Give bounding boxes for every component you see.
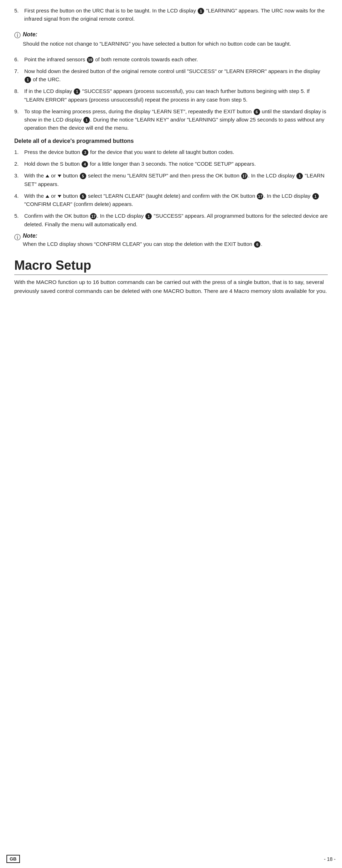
note-block: ⓘ Note: Should the notice not change to … xyxy=(14,30,291,48)
list-item: 1. Press the device button 3 for the dev… xyxy=(14,148,328,156)
list-item: 4. With the or button 5 select "LEARN CL… xyxy=(14,192,328,208)
list-item: 5. Confirm with the OK button 17. In the… xyxy=(14,212,328,228)
list-number: 4. xyxy=(14,192,24,200)
list-text: Confirm with the OK button 17. In the LC… xyxy=(24,212,328,228)
note-label-2: Note: xyxy=(23,233,37,239)
circle-1: 1 xyxy=(296,173,303,179)
note-text-2: When the LCD display shows “CONFIRM CLEA… xyxy=(23,240,328,248)
macro-body: With the MACRO function up to 16 button … xyxy=(14,278,328,296)
arrow-down-icon xyxy=(58,195,61,198)
list-text: To stop the learning process press, duri… xyxy=(24,107,328,132)
list-item: 8. If in the LCD display 1 "SUCCESS" app… xyxy=(14,87,328,104)
list-text: Point the infrared sensors 19 of both re… xyxy=(24,55,328,63)
list-item: 9. To stop the learning process press, d… xyxy=(14,107,328,132)
circle-4: 4 xyxy=(82,161,88,167)
list-number: 3. xyxy=(14,171,24,180)
list-item: 3. With the or button 5 select the menu … xyxy=(14,171,328,188)
note-label: Note: xyxy=(23,31,37,37)
arrow-down-icon xyxy=(58,175,61,177)
note-text: Should the notice not change to "LEARNIN… xyxy=(23,40,291,48)
section-list: 1. Press the device button 3 for the dev… xyxy=(14,148,328,228)
list-text: If in the LCD display 1 "SUCCESS" appear… xyxy=(24,87,328,104)
list-number: 7. xyxy=(14,67,24,75)
macro-heading: Macro Setup xyxy=(14,258,328,275)
page-content: 5. First press the button on the URC tha… xyxy=(0,0,342,317)
note-inner-2: Note: When the LCD display shows “CONFIR… xyxy=(23,233,328,248)
circle-5: 5 xyxy=(80,193,86,200)
list-text: First press the button on the URC that i… xyxy=(24,6,328,23)
list-text: Now hold down the desired button of the … xyxy=(24,67,328,84)
circle-1: 1 xyxy=(198,8,204,14)
list-text: With the or button 5 select the menu "LE… xyxy=(24,171,328,188)
circle-6-note: 6 xyxy=(254,241,260,248)
circle-1: 1 xyxy=(25,77,31,83)
list-item: 6. Point the infrared sensors 19 of both… xyxy=(14,55,328,63)
list-number: 9. xyxy=(14,107,24,115)
list-number: 1. xyxy=(14,148,24,156)
main-list: 5. First press the button on the URC tha… xyxy=(14,6,328,132)
note-block-2: ⓘ Note: When the LCD display shows “CONF… xyxy=(14,233,328,248)
footer-gb-label: GB xyxy=(6,855,20,863)
circle-1: 1 xyxy=(145,213,152,219)
list-text: Hold down the S button 4 for a little lo… xyxy=(24,160,328,168)
circle-17: 17 xyxy=(90,213,97,219)
list-number: 5. xyxy=(14,212,24,220)
arrow-up-icon xyxy=(46,175,49,177)
circle-1: 1 xyxy=(312,193,319,200)
circle-17: 17 xyxy=(241,173,248,179)
circle-1: 1 xyxy=(83,117,90,123)
info-icon: ⓘ xyxy=(14,31,21,41)
list-item: 7. Now hold down the desired button of t… xyxy=(14,67,328,84)
arrow-up-icon xyxy=(46,195,49,198)
info-icon-2: ⓘ xyxy=(14,233,21,242)
list-number: 6. xyxy=(14,55,24,63)
circle-17: 17 xyxy=(257,193,263,200)
section-heading: Delete all of a device's programmed butt… xyxy=(14,137,328,145)
circle-5: 5 xyxy=(80,173,86,179)
list-text: With the or button 5 select "LEARN CLEAR… xyxy=(24,192,328,208)
circle-3: 3 xyxy=(82,149,88,156)
note-item: ⓘ Note: Should the notice not change to … xyxy=(14,27,328,52)
list-number: 2. xyxy=(14,160,24,168)
note-inner: Note: Should the notice not change to "L… xyxy=(23,30,291,48)
list-number: 8. xyxy=(14,87,24,95)
footer: GB - 18 - xyxy=(0,855,342,863)
list-item: 2. Hold down the S button 4 for a little… xyxy=(14,160,328,168)
list-text: Press the device button 3 for the device… xyxy=(24,148,328,156)
list-number: 5. xyxy=(14,6,24,15)
list-item: 5. First press the button on the URC tha… xyxy=(14,6,328,23)
circle-1: 1 xyxy=(74,88,80,95)
circle-19: 19 xyxy=(87,57,93,63)
footer-page-number: - 18 - xyxy=(324,856,336,862)
circle-6: 6 xyxy=(254,109,260,115)
